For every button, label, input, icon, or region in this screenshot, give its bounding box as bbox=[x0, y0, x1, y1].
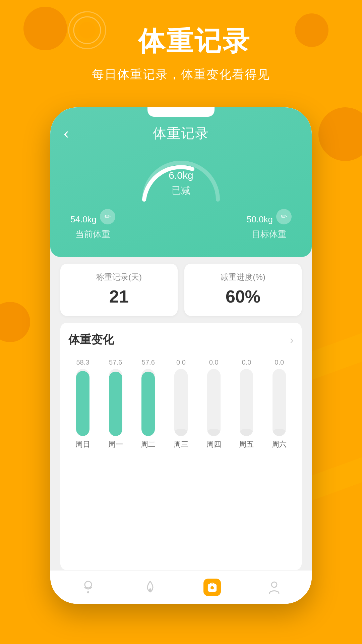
current-weight-stat: 54.0kg ✏ 当前体重 bbox=[70, 207, 115, 240]
app-subtitle: 每日体重记录，体重变化看得见 bbox=[0, 66, 362, 83]
bar-day-label-6: 周六 bbox=[272, 439, 287, 449]
bar-fill-6 bbox=[273, 429, 286, 436]
target-weight-stat: 50.0kg ✏ 目标体重 bbox=[247, 207, 292, 240]
nav-item-fire[interactable] bbox=[119, 579, 181, 596]
person-icon bbox=[265, 579, 283, 596]
bg-decoration-circle-4 bbox=[0, 302, 30, 342]
nav-item-person[interactable] bbox=[243, 579, 305, 596]
bar-day-label-0: 周日 bbox=[75, 439, 90, 449]
bar-value-label-6: 0.0 bbox=[275, 359, 284, 366]
phone-mockup: ‹ 体重记录 6.0kg 已减 bbox=[50, 107, 312, 604]
stat-card-1: 减重进度(%) 60% bbox=[184, 264, 302, 316]
bar-chart: 58.3周日57.6周一57.6周二0.0周三0.0周四0.0周五0.0周六 bbox=[68, 356, 294, 449]
current-weight-label: 当前体重 bbox=[75, 228, 110, 240]
stat-card-value-1: 60% bbox=[191, 286, 295, 307]
stats-cards: 称重记录(天) 21 减重进度(%) 60% bbox=[50, 257, 312, 316]
bar-col-4: 0.0周四 bbox=[199, 356, 228, 449]
svg-rect-4 bbox=[87, 591, 89, 593]
bar-fill-0 bbox=[76, 371, 89, 436]
bar-col-5: 0.0周五 bbox=[232, 356, 261, 449]
bar-value-label-2: 57.6 bbox=[142, 359, 155, 366]
stat-card-label-0: 称重记录(天) bbox=[67, 272, 171, 282]
bar-day-label-1: 周一 bbox=[108, 439, 123, 449]
chart-title: 体重变化 bbox=[68, 332, 114, 347]
bar-track-4 bbox=[207, 369, 221, 436]
bar-fill-4 bbox=[207, 429, 221, 436]
screen-title: 体重记录 bbox=[64, 124, 298, 143]
bar-col-3: 0.0周三 bbox=[167, 356, 195, 449]
bar-col-2: 57.6周二 bbox=[134, 356, 163, 449]
svg-point-8 bbox=[272, 582, 277, 587]
bar-track-3 bbox=[174, 369, 188, 436]
top-section: ‹ 体重记录 6.0kg 已减 bbox=[50, 107, 312, 257]
svg-point-6 bbox=[210, 586, 214, 589]
bar-col-0: 58.3周日 bbox=[68, 356, 97, 449]
chart-header: 体重变化 › bbox=[68, 332, 294, 347]
svg-rect-7 bbox=[212, 589, 213, 590]
bar-day-label-3: 周三 bbox=[174, 439, 188, 449]
bar-track-5 bbox=[240, 369, 253, 436]
stat-card-label-1: 减重进度(%) bbox=[191, 272, 295, 282]
scale-icon bbox=[203, 579, 221, 596]
chart-more-arrow[interactable]: › bbox=[290, 334, 294, 346]
bar-track-2 bbox=[141, 369, 155, 436]
bar-day-label-4: 周四 bbox=[206, 439, 221, 449]
chart-section: 体重变化 › 58.3周日57.6周一57.6周二0.0周三0.0周四0.0周五… bbox=[60, 323, 302, 570]
nav-item-food[interactable] bbox=[57, 579, 119, 596]
phone-notch bbox=[147, 107, 215, 117]
bar-value-label-5: 0.0 bbox=[242, 359, 251, 366]
target-weight-label: 目标体重 bbox=[252, 228, 287, 240]
app-header: 体重记录 每日体重记录，体重变化看得见 bbox=[0, 0, 362, 100]
ring-decoration bbox=[67, 10, 107, 50]
gauge-text: 6.0kg 已减 bbox=[169, 163, 193, 197]
bar-col-6: 0.0周六 bbox=[265, 356, 294, 449]
gauge-container: 6.0kg 已减 bbox=[64, 153, 298, 197]
svg-point-2 bbox=[79, 22, 96, 39]
app-title: 体重记录 bbox=[138, 23, 251, 60]
edit-current-weight-button[interactable]: ✏ bbox=[100, 209, 115, 224]
bar-col-1: 57.6周一 bbox=[101, 356, 130, 449]
bar-value-label-0: 58.3 bbox=[76, 359, 89, 366]
weight-stats: 54.0kg ✏ 当前体重 50.0kg ✏ 目标体 bbox=[64, 207, 298, 240]
fire-icon bbox=[141, 579, 159, 596]
gauge-value: 6.0kg bbox=[169, 163, 193, 183]
edit-target-weight-button[interactable]: ✏ bbox=[276, 209, 292, 224]
bar-track-6 bbox=[273, 369, 286, 436]
bar-value-label-3: 0.0 bbox=[176, 359, 186, 366]
bar-fill-1 bbox=[109, 372, 122, 436]
target-weight-value: 50.0kg bbox=[247, 207, 273, 226]
bar-value-label-1: 57.6 bbox=[109, 359, 122, 366]
nav-item-scale[interactable] bbox=[181, 579, 243, 596]
bar-fill-3 bbox=[174, 429, 188, 436]
food-icon bbox=[79, 579, 97, 596]
stat-card-0: 称重记录(天) 21 bbox=[60, 264, 178, 316]
bar-day-label-5: 周五 bbox=[239, 439, 254, 449]
bar-track-0 bbox=[76, 369, 89, 436]
bar-day-label-2: 周二 bbox=[141, 439, 156, 449]
gauge-label: 已减 bbox=[169, 184, 193, 197]
phone-screen: ‹ 体重记录 6.0kg 已减 bbox=[50, 107, 312, 604]
bg-decoration-circle-3 bbox=[318, 107, 362, 161]
bar-track-1 bbox=[109, 369, 122, 436]
svg-point-3 bbox=[85, 581, 92, 588]
bar-fill-5 bbox=[240, 429, 253, 436]
bar-value-label-4: 0.0 bbox=[209, 359, 219, 366]
bottom-nav bbox=[50, 570, 312, 604]
bar-fill-2 bbox=[141, 372, 155, 436]
stat-card-value-0: 21 bbox=[67, 286, 171, 307]
current-weight-value: 54.0kg bbox=[70, 207, 97, 226]
back-button[interactable]: ‹ bbox=[64, 124, 69, 142]
